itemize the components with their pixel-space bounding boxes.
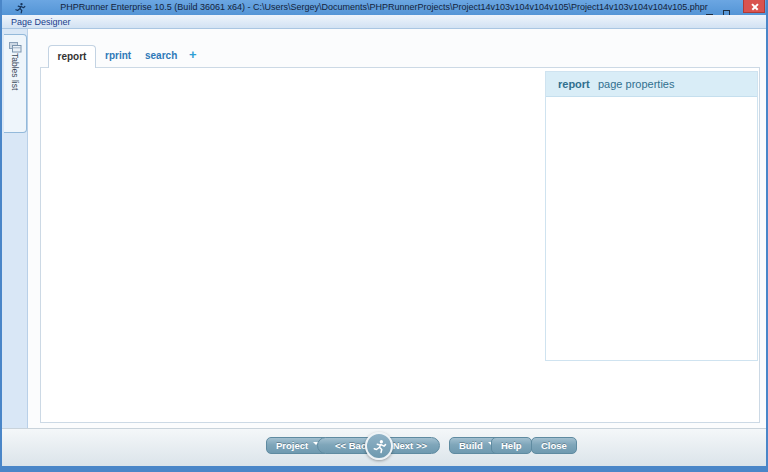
properties-page-name: report [558, 78, 590, 90]
tab-report[interactable]: report [48, 45, 96, 68]
project-label: Project [276, 440, 308, 451]
tab-rprint[interactable]: rprint [105, 50, 131, 61]
close-button[interactable] [743, 0, 765, 13]
help-button[interactable]: Help [491, 437, 532, 454]
close-label: Close [541, 440, 567, 451]
tab-search[interactable]: search [145, 50, 177, 61]
properties-header: report page properties [546, 72, 757, 97]
tab-report-label: report [58, 51, 87, 62]
page-properties-panel: report page properties [545, 71, 758, 361]
titlebar: PHPRunner Enterprise 10.5 (Build 36061 x… [0, 0, 768, 15]
tables-list-tab[interactable]: Tables list [4, 34, 27, 133]
run-button[interactable] [365, 432, 393, 460]
properties-header-text: page properties [598, 78, 674, 90]
build-label: Build [459, 440, 483, 451]
add-page-tab[interactable]: + [189, 47, 197, 62]
runner-icon [372, 439, 387, 454]
minimize-button[interactable] [702, 2, 716, 13]
menubar: Page Designer [2, 15, 766, 29]
tables-list-label: Tables list [10, 53, 20, 90]
window-title: PHPRunner Enterprise 10.5 (Build 36061 x… [0, 2, 768, 12]
help-label: Help [501, 440, 522, 451]
app-window: PHPRunner Enterprise 10.5 (Build 36061 x… [0, 0, 768, 472]
maximize-button[interactable] [719, 2, 733, 13]
menu-item-page-designer[interactable]: Page Designer [11, 17, 71, 27]
close-window-button[interactable]: Close [531, 437, 577, 454]
next-button[interactable]: Next >> [393, 440, 427, 451]
